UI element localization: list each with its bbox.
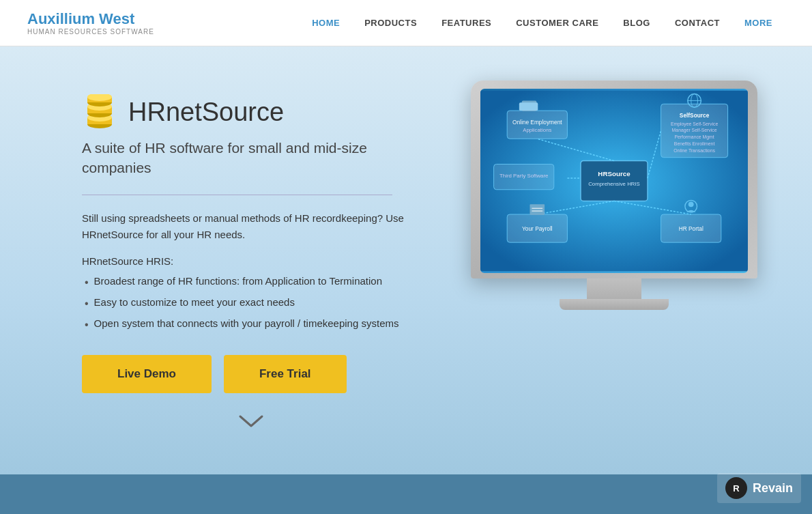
svg-text:Your Payroll: Your Payroll bbox=[522, 226, 553, 233]
nav-blog[interactable]: BLOG bbox=[611, 0, 663, 46]
revain-icon: R bbox=[725, 477, 747, 499]
svg-text:Third Party Software: Third Party Software bbox=[499, 173, 548, 179]
hero-monitor: HRSource Comprehensive HRIS Online Emplo… bbox=[420, 81, 757, 310]
diagram-svg: HRSource Comprehensive HRIS Online Emplo… bbox=[480, 89, 748, 273]
svg-text:Comprehensive HRIS: Comprehensive HRIS bbox=[588, 181, 640, 187]
hero-section: HRnetSource A suite of HR software for s… bbox=[0, 46, 812, 474]
hero-subtitle: A suite of HR software for small and mid… bbox=[82, 138, 368, 178]
logo-subtitle: HUMAN RESOURCES SOFTWARE bbox=[27, 28, 154, 35]
hero-title-row: HRnetSource bbox=[82, 94, 420, 130]
hero-list-title: HRnetSource HRIS: bbox=[82, 255, 420, 267]
logo[interactable]: Auxillium West HUMAN RESOURCES SOFTWARE bbox=[27, 10, 154, 35]
monitor-bezel: HRSource Comprehensive HRIS Online Emplo… bbox=[471, 81, 757, 279]
svg-text:HR Portal: HR Portal bbox=[679, 226, 704, 233]
hero-description: Still using spreadsheets or manual metho… bbox=[82, 210, 420, 243]
product-title: HRnetSource bbox=[128, 98, 284, 127]
svg-text:Employee Self-Service: Employee Self-Service bbox=[671, 122, 719, 127]
svg-rect-35 bbox=[519, 102, 538, 111]
monitor-stand-top bbox=[587, 279, 641, 299]
product-icon bbox=[82, 94, 117, 130]
free-trial-button[interactable]: Free Trial bbox=[224, 355, 347, 393]
monitor-display: HRSource Comprehensive HRIS Online Emplo… bbox=[471, 81, 757, 310]
nav-home[interactable]: HOME bbox=[300, 0, 352, 46]
live-demo-button[interactable]: Live Demo bbox=[82, 355, 212, 393]
nav-customer-care[interactable]: CUSTOMER CARE bbox=[504, 0, 611, 46]
cta-buttons: Live Demo Free Trial bbox=[82, 355, 420, 393]
hero-divider bbox=[82, 195, 392, 195]
nav-more[interactable]: MORE bbox=[732, 0, 785, 46]
monitor-stand-bottom bbox=[560, 299, 669, 310]
footer-bar bbox=[0, 474, 812, 514]
svg-text:SelfSource: SelfSource bbox=[680, 112, 710, 119]
logo-title: Auxillium West bbox=[27, 10, 154, 28]
svg-text:R: R bbox=[733, 483, 740, 494]
svg-text:Manager Self-Service: Manager Self-Service bbox=[672, 128, 717, 133]
scroll-down-arrow[interactable] bbox=[82, 412, 420, 433]
svg-text:Online Transactions: Online Transactions bbox=[673, 148, 715, 153]
nav-links: HOME PRODUCTS FEATURES CUSTOMER CARE BLO… bbox=[300, 0, 785, 46]
hero-feature-list: Broadest range of HR functions: from App… bbox=[82, 274, 420, 333]
list-item: Easy to customize to meet your exact nee… bbox=[85, 295, 420, 312]
svg-text:Performance Mgmt: Performance Mgmt bbox=[674, 134, 714, 140]
svg-text:HRSource: HRSource bbox=[598, 170, 630, 177]
nav-products[interactable]: PRODUCTS bbox=[352, 0, 429, 46]
revain-label: Revain bbox=[753, 481, 793, 496]
svg-text:Benefits Enrollment: Benefits Enrollment bbox=[674, 141, 715, 146]
svg-text:Applications: Applications bbox=[523, 127, 551, 133]
monitor-screen: HRSource Comprehensive HRIS Online Emplo… bbox=[480, 89, 748, 273]
list-item: Open system that connects with your payr… bbox=[85, 316, 420, 333]
navigation: Auxillium West HUMAN RESOURCES SOFTWARE … bbox=[0, 0, 812, 46]
nav-features[interactable]: FEATURES bbox=[429, 0, 504, 46]
nav-contact[interactable]: CONTACT bbox=[663, 0, 732, 46]
svg-point-43 bbox=[688, 201, 694, 207]
chevron-down-icon bbox=[237, 414, 265, 429]
hero-content: HRnetSource A suite of HR software for s… bbox=[82, 81, 420, 433]
revain-badge[interactable]: R Revain bbox=[717, 473, 801, 503]
list-item: Broadest range of HR functions: from App… bbox=[85, 274, 420, 291]
svg-text:Online Employment: Online Employment bbox=[512, 119, 562, 126]
svg-rect-39 bbox=[530, 204, 545, 215]
